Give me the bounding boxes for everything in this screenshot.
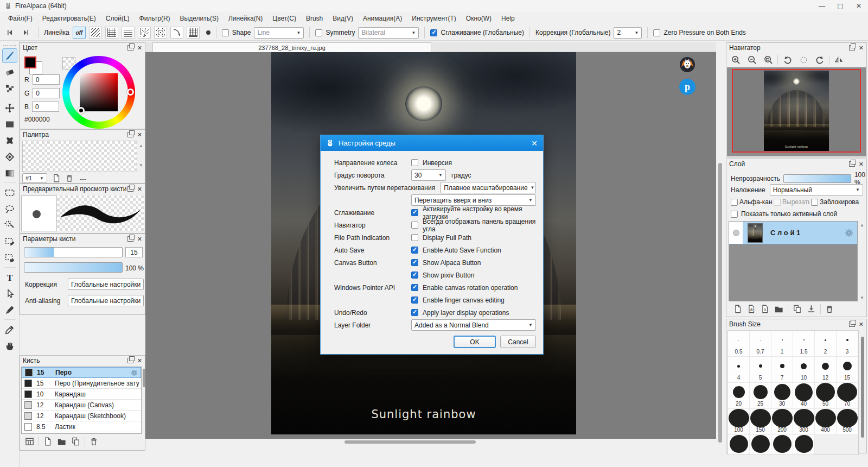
rotation-degree-select[interactable]: 30▼ [411, 169, 446, 181]
add-8bit-layer-button[interactable]: 8 [746, 304, 756, 314]
brush-size-option[interactable]: 1.5 [793, 331, 815, 357]
antialiasing-param-select[interactable]: Глобальные настройки▼ [68, 295, 144, 306]
prev-canvas-button[interactable] [3, 27, 16, 39]
correction-select[interactable]: 2▼ [614, 27, 642, 39]
brush-opacity-slider[interactable] [24, 262, 123, 273]
b-input[interactable]: 0 [32, 102, 59, 112]
zoom-out-button[interactable] [745, 54, 759, 66]
alpaca-button[interactable] [679, 56, 695, 73]
maximize-button[interactable]: ▢ [831, 1, 850, 11]
close-panel-icon[interactable]: ✕ [137, 45, 142, 51]
pixiv-button[interactable]: p [679, 79, 695, 95]
float-panel-icon[interactable] [127, 132, 133, 137]
text-tool[interactable]: T [2, 270, 17, 285]
gradient-tool[interactable] [2, 166, 17, 180]
select-rect-tool[interactable] [2, 185, 17, 200]
float-panel-icon[interactable] [849, 321, 855, 327]
layer-gear-icon[interactable] [844, 228, 854, 238]
layer-opacity-slider[interactable] [783, 174, 851, 183]
ruler-parallel-button[interactable] [89, 27, 102, 39]
float-panel-icon[interactable] [849, 161, 855, 167]
brush-size-option[interactable] [793, 435, 815, 455]
menu-window[interactable]: Окно(W) [461, 13, 496, 24]
close-panel-icon[interactable]: ✕ [137, 132, 142, 138]
finger-editing-checkbox[interactable] [411, 296, 418, 304]
brush-size-option[interactable] [728, 435, 750, 455]
delete-palette-button[interactable] [65, 173, 74, 184]
delete-layer-button[interactable] [825, 304, 834, 314]
brush-size-option[interactable]: 40 [793, 383, 815, 409]
ruler-off-button[interactable]: off [73, 27, 86, 39]
duplicate-layer-button[interactable] [792, 304, 802, 314]
zoom-in-button[interactable] [729, 54, 743, 66]
flip-horizontal-button[interactable] [832, 54, 846, 66]
rotate-reset-button[interactable] [796, 54, 810, 66]
sv-marker[interactable] [78, 107, 85, 114]
menu-ruler[interactable]: Линейка(N) [224, 13, 267, 24]
menu-file[interactable]: Файл(F) [3, 13, 37, 24]
select-eraser-tool[interactable] [2, 250, 17, 265]
rotate-ccw-button[interactable] [780, 54, 794, 66]
brush-size-option[interactable]: 50 [815, 383, 837, 409]
brush-size-value[interactable]: 15 [125, 247, 143, 257]
brush-size-option[interactable]: 300 [793, 409, 815, 435]
r-input[interactable]: 0 [33, 74, 60, 85]
fill-rect-tool[interactable] [2, 117, 17, 131]
brush-list-item[interactable]: 8.5 Ластик [22, 421, 141, 432]
brush-list-item[interactable]: 15 Перо [22, 367, 141, 378]
close-panel-icon[interactable]: ✕ [137, 186, 142, 192]
ok-button[interactable]: OK [454, 336, 496, 348]
eraser-tool[interactable] [2, 65, 17, 79]
always-show-rotation-checkbox[interactable] [411, 222, 418, 229]
menu-color[interactable]: Цвет(C) [267, 13, 301, 24]
close-panel-icon[interactable]: ✕ [859, 161, 864, 167]
hand-tool[interactable] [2, 338, 17, 353]
brush-size-option[interactable]: 3 [837, 331, 858, 357]
display-full-path-checkbox[interactable] [411, 234, 418, 241]
ruler-horizontal-button[interactable] [122, 27, 135, 39]
brush-size-option[interactable]: 7 [771, 357, 793, 383]
smoothing-on-load-checkbox[interactable] [411, 209, 418, 216]
brush-size-slider[interactable] [24, 247, 123, 257]
close-panel-icon[interactable]: ✕ [859, 45, 864, 51]
brush-size-option[interactable]: 12 [815, 357, 837, 383]
brush-size-option[interactable] [750, 435, 771, 455]
cancel-button[interactable]: Cancel [500, 336, 536, 348]
next-canvas-button[interactable] [20, 27, 33, 39]
brush-size-option[interactable]: 2 [815, 331, 837, 357]
scroll-down-icon[interactable]: ▼ [139, 163, 143, 168]
navigator-view-frame[interactable]: Sunlight rainbow [732, 69, 861, 153]
ruler-perspective-button[interactable] [187, 27, 200, 39]
menu-brush[interactable]: Brush [301, 13, 328, 24]
navigator-view[interactable]: Sunlight rainbow [727, 67, 866, 156]
close-panel-icon[interactable]: ✕ [137, 358, 142, 364]
brush-size-option[interactable]: 30 [771, 383, 793, 409]
brush-size-option[interactable]: 1 [771, 331, 793, 357]
add-1bit-layer-button[interactable]: 1 [760, 304, 770, 314]
clipping-checkbox[interactable] [774, 199, 781, 206]
layer-folder-select[interactable]: Added as a Normal Blend▼ [411, 319, 536, 331]
saturation-value-box[interactable] [80, 73, 118, 111]
brush-storage-button[interactable] [24, 436, 35, 447]
close-panel-icon[interactable]: ✕ [137, 236, 142, 242]
rotate-cw-button[interactable] [813, 54, 827, 66]
zoom-fit-button[interactable] [761, 54, 775, 66]
select-pen-tool[interactable] [2, 234, 17, 249]
menu-edit[interactable]: Редактировать(E) [37, 13, 101, 24]
vertical-scroll-thumb[interactable] [718, 163, 722, 443]
document-tab[interactable]: 237768_28_trinixy_ru.jpg [152, 42, 431, 52]
brush-list-item[interactable]: 12 Карандаш (Sketchbook) [22, 411, 141, 421]
float-panel-icon[interactable] [127, 358, 133, 363]
auto-save-checkbox[interactable] [411, 247, 418, 254]
float-panel-icon[interactable] [849, 45, 855, 51]
palette-swatches-area[interactable] [22, 141, 137, 172]
scroll-down-icon[interactable]: ▼ [860, 296, 864, 300]
close-panel-icon[interactable]: ✕ [859, 321, 864, 327]
add-brush-button[interactable] [43, 436, 53, 447]
add-palette-button[interactable] [52, 173, 61, 184]
brush-size-scrollbar[interactable] [861, 337, 864, 438]
symmetry-checkbox[interactable] [315, 29, 322, 36]
menu-animation[interactable]: Анимация(A) [358, 13, 407, 24]
apply-layer-display-checkbox[interactable] [411, 309, 418, 316]
lasso-tool[interactable] [2, 201, 17, 216]
